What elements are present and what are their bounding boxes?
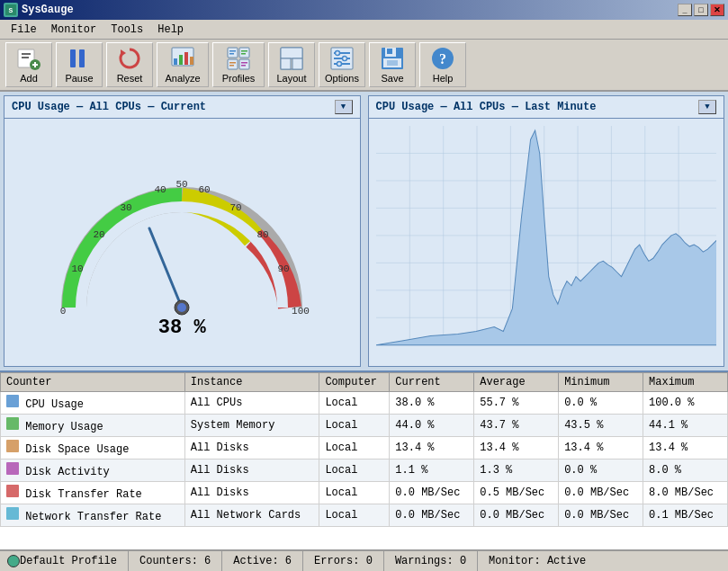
svg-point-37 bbox=[343, 57, 347, 61]
gauge-dropdown[interactable]: ▼ bbox=[335, 100, 353, 114]
pause-button[interactable]: Pause bbox=[56, 42, 103, 87]
reset-label: Reset bbox=[117, 73, 143, 84]
svg-text:50: 50 bbox=[176, 179, 188, 190]
cell-average: 1.3 % bbox=[474, 459, 559, 482]
help-icon: ? bbox=[430, 46, 455, 71]
table-row[interactable]: Disk Transfer Rate All Disks Local 0.0 M… bbox=[1, 482, 728, 504]
svg-text:80: 80 bbox=[257, 229, 269, 240]
line-chart-panel: CPU Usage — All CPUs — Last Minute ▼ bbox=[368, 95, 725, 367]
cell-counter: Network Transfer Rate bbox=[1, 504, 185, 527]
cell-average: 0.5 MB/Sec bbox=[474, 482, 559, 504]
svg-rect-15 bbox=[190, 57, 193, 65]
svg-rect-27 bbox=[241, 65, 246, 67]
layout-button[interactable]: Layout bbox=[268, 42, 315, 87]
svg-rect-26 bbox=[241, 62, 247, 64]
options-button[interactable]: Options bbox=[319, 42, 365, 87]
gauge-panel: CPU Usage — All CPUs — Current ▼ bbox=[4, 95, 361, 367]
help-button[interactable]: ? Help bbox=[419, 42, 466, 87]
cell-current: 1.1 % bbox=[390, 459, 474, 482]
cell-counter: Disk Space Usage bbox=[1, 437, 185, 459]
status-profile: Default Profile bbox=[20, 551, 129, 571]
charts-area: CPU Usage — All CPUs — Current ▼ bbox=[0, 92, 728, 370]
cell-minimum: 43.5 % bbox=[559, 415, 643, 437]
svg-text:20: 20 bbox=[94, 229, 105, 240]
minimize-button[interactable]: _ bbox=[678, 4, 692, 16]
analyze-button[interactable]: Analyze bbox=[157, 42, 209, 87]
analyze-label: Analyze bbox=[165, 73, 200, 84]
cell-instance: All Disks bbox=[184, 437, 319, 459]
cell-minimum: 13.4 % bbox=[559, 437, 643, 459]
svg-rect-84 bbox=[6, 507, 19, 520]
col-maximum: Maximum bbox=[643, 373, 728, 392]
cell-instance: All Network Cards bbox=[184, 504, 319, 527]
svg-rect-9 bbox=[79, 49, 85, 67]
gauge-area: 0 10 20 30 40 50 60 70 80 90 100 bbox=[4, 119, 360, 366]
svg-rect-14 bbox=[184, 52, 188, 65]
cell-counter: Disk Transfer Rate bbox=[1, 482, 185, 504]
cell-maximum: 8.0 MB/Sec bbox=[643, 482, 728, 504]
analyze-icon bbox=[170, 46, 195, 71]
table-row[interactable]: CPU Usage All CPUs Local 38.0 % 55.7 % 0… bbox=[1, 392, 728, 415]
cell-instance: System Memory bbox=[184, 415, 319, 437]
svg-rect-22 bbox=[241, 50, 247, 52]
save-button[interactable]: Save bbox=[369, 42, 416, 87]
cell-current: 44.0 % bbox=[390, 415, 474, 437]
close-button[interactable]: ✕ bbox=[710, 4, 724, 16]
cell-computer: Local bbox=[319, 504, 390, 527]
window-title: SysGauge bbox=[22, 4, 74, 16]
profiles-label: Profiles bbox=[222, 73, 256, 84]
add-button[interactable]: Add bbox=[5, 42, 52, 87]
svg-rect-41 bbox=[387, 49, 392, 54]
menu-file[interactable]: File bbox=[4, 22, 44, 38]
svg-rect-3 bbox=[22, 53, 31, 55]
cell-counter: Disk Activity bbox=[1, 459, 185, 482]
menu-tools[interactable]: Tools bbox=[103, 22, 150, 38]
gauge-panel-header: CPU Usage — All CPUs — Current ▼ bbox=[4, 96, 360, 119]
gauge-panel-title: CPU Usage — All CPUs — Current bbox=[12, 101, 206, 113]
maximize-button[interactable]: □ bbox=[694, 4, 708, 16]
profiles-button[interactable]: Profiles bbox=[212, 42, 265, 87]
app-icon: S bbox=[4, 3, 18, 17]
table-row[interactable]: Network Transfer Rate All Network Cards … bbox=[1, 504, 728, 527]
table-row[interactable]: Memory Usage System Memory Local 44.0 % … bbox=[1, 415, 728, 437]
menu-monitor[interactable]: Monitor bbox=[44, 22, 103, 38]
svg-text:100: 100 bbox=[292, 306, 310, 317]
cell-average: 55.7 % bbox=[474, 392, 559, 415]
cell-average: 43.7 % bbox=[474, 415, 559, 437]
cell-minimum: 0.0 % bbox=[559, 459, 643, 482]
svg-rect-30 bbox=[281, 58, 291, 69]
svg-text:10: 10 bbox=[72, 263, 84, 274]
line-chart-svg bbox=[376, 126, 717, 359]
svg-rect-25 bbox=[229, 65, 234, 67]
cell-instance: All CPUs bbox=[184, 392, 319, 415]
status-bar: Default Profile Counters: 6 Active: 6 Er… bbox=[0, 549, 728, 571]
window-controls[interactable]: _ □ ✕ bbox=[678, 4, 724, 16]
layout-icon bbox=[279, 46, 304, 71]
cell-maximum: 100.0 % bbox=[643, 392, 728, 415]
svg-rect-17 bbox=[239, 48, 249, 58]
status-icon bbox=[7, 555, 20, 567]
svg-rect-7 bbox=[34, 62, 36, 67]
cell-computer: Local bbox=[319, 482, 390, 504]
svg-point-36 bbox=[336, 51, 340, 56]
data-table-area: Counter Instance Computer Current Averag… bbox=[0, 370, 728, 549]
cell-maximum: 0.1 MB/Sec bbox=[643, 504, 728, 527]
table-row[interactable]: Disk Space Usage All Disks Local 13.4 % … bbox=[1, 437, 728, 459]
cell-computer: Local bbox=[319, 415, 390, 437]
line-chart-dropdown[interactable]: ▼ bbox=[698, 100, 716, 114]
svg-rect-24 bbox=[229, 62, 236, 64]
cell-computer: Local bbox=[319, 459, 390, 482]
reset-button[interactable]: Reset bbox=[106, 42, 153, 87]
toolbar: Add Pause Reset bbox=[0, 40, 728, 92]
cell-maximum: 44.1 % bbox=[643, 415, 728, 437]
menu-help[interactable]: Help bbox=[150, 22, 191, 38]
cell-current: 38.0 % bbox=[390, 392, 474, 415]
line-chart-title: CPU Usage — All CPUs — Last Minute bbox=[376, 101, 597, 113]
svg-rect-19 bbox=[239, 59, 249, 69]
status-warnings: Warnings: 0 bbox=[395, 551, 478, 571]
svg-rect-8 bbox=[70, 49, 76, 67]
table-row[interactable]: Disk Activity All Disks Local 1.1 % 1.3 … bbox=[1, 459, 728, 482]
cell-average: 0.0 MB/Sec bbox=[474, 504, 559, 527]
line-chart-header: CPU Usage — All CPUs — Last Minute ▼ bbox=[369, 96, 724, 119]
menu-bar: File Monitor Tools Help bbox=[0, 20, 728, 40]
